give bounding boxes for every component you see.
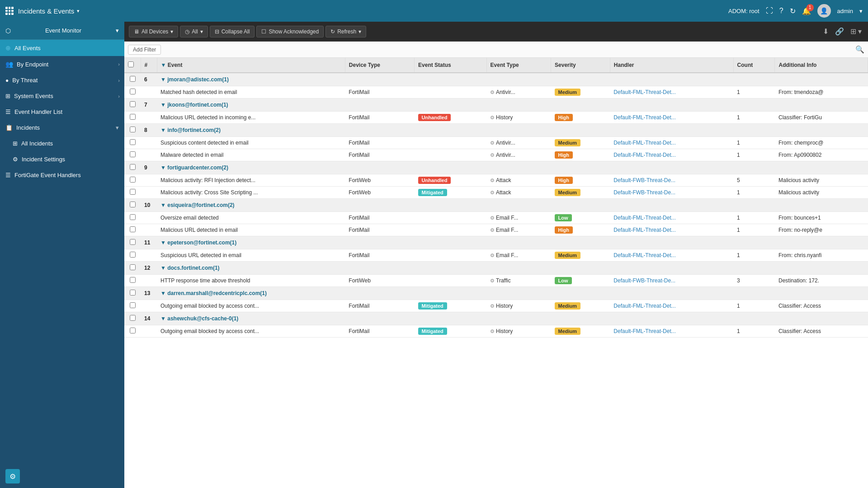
sidebar-item-by-endpoint[interactable]: 👥 By Endpoint › bbox=[0, 56, 124, 72]
terminal-icon[interactable]: ↻ bbox=[790, 7, 796, 15]
row-checkbox-cell[interactable] bbox=[124, 174, 141, 187]
row-checkbox-cell[interactable] bbox=[124, 300, 141, 312]
row-checkbox[interactable] bbox=[130, 189, 136, 195]
row-checkbox-cell[interactable] bbox=[124, 312, 141, 325]
row-checkbox-cell[interactable] bbox=[124, 124, 141, 137]
row-checkbox[interactable] bbox=[130, 202, 136, 207]
row-checkbox-cell[interactable] bbox=[124, 325, 141, 338]
row-checkbox-cell[interactable] bbox=[124, 73, 141, 86]
handler[interactable]: Default-FML-Threat-Det... bbox=[610, 137, 733, 149]
handler-link[interactable]: Default-FML-Threat-Det... bbox=[613, 215, 675, 221]
row-checkbox[interactable] bbox=[130, 76, 136, 82]
fullscreen-icon[interactable]: ⛶ bbox=[766, 7, 773, 15]
handler-link[interactable]: Default-FML-Threat-Det... bbox=[613, 89, 675, 95]
handler-link[interactable]: Default-FWB-Threat-De... bbox=[613, 277, 675, 284]
row-checkbox[interactable] bbox=[130, 127, 136, 132]
row-checkbox[interactable] bbox=[130, 264, 136, 270]
handler-link[interactable]: Default-FWB-Threat-De... bbox=[613, 177, 675, 183]
row-checkbox[interactable] bbox=[130, 164, 136, 170]
col-event-type[interactable]: Event Type bbox=[486, 58, 551, 73]
sidebar-item-incident-settings[interactable]: ⚙ Incident Settings bbox=[0, 151, 124, 167]
handler[interactable]: Default-FWB-Threat-De... bbox=[610, 187, 733, 199]
handler[interactable]: Default-FML-Threat-Det... bbox=[610, 212, 733, 224]
row-checkbox-cell[interactable] bbox=[124, 187, 141, 199]
handler-link[interactable]: Default-FML-Threat-Det... bbox=[613, 303, 675, 309]
collapse-all-button[interactable]: ⊟ Collapse All bbox=[210, 26, 255, 38]
show-acknowledged-button[interactable]: ☐ Show Acknowledged bbox=[256, 26, 324, 38]
row-checkbox[interactable] bbox=[130, 101, 136, 107]
group-name[interactable]: ▼ fortiguardcenter.com(2) bbox=[157, 161, 868, 174]
col-event-status[interactable]: Event Status bbox=[415, 58, 486, 73]
sidebar-item-event-handler-list[interactable]: ☰ Event Handler List bbox=[0, 104, 124, 120]
row-checkbox-cell[interactable] bbox=[124, 199, 141, 212]
help-icon[interactable]: ? bbox=[779, 7, 783, 15]
app-title[interactable]: Incidents & Events ▾ bbox=[18, 7, 80, 15]
handler-link[interactable]: Default-FML-Threat-Det... bbox=[613, 152, 675, 158]
refresh-button[interactable]: ↻ Refresh ▾ bbox=[326, 26, 366, 38]
handler[interactable]: Default-FWB-Threat-De... bbox=[610, 174, 733, 187]
handler-link[interactable]: Default-FML-Threat-Det... bbox=[613, 328, 675, 334]
row-checkbox-cell[interactable] bbox=[124, 262, 141, 275]
sidebar-header[interactable]: ⬡ Event Monitor ▾ bbox=[0, 22, 124, 40]
row-checkbox[interactable] bbox=[130, 177, 136, 183]
sidebar-item-system-events[interactable]: ⊞ System Events › bbox=[0, 88, 124, 104]
row-checkbox-cell[interactable] bbox=[124, 249, 141, 262]
handler-link[interactable]: Default-FML-Threat-Det... bbox=[613, 227, 675, 233]
row-checkbox[interactable] bbox=[130, 290, 136, 296]
row-checkbox-cell[interactable] bbox=[124, 112, 141, 124]
search-icon[interactable]: 🔍 bbox=[855, 45, 864, 54]
all-filter-button[interactable]: ◷ All ▾ bbox=[180, 26, 208, 38]
row-checkbox-cell[interactable] bbox=[124, 275, 141, 287]
col-event[interactable]: ▼ Event bbox=[157, 58, 345, 73]
sidebar-item-incidents[interactable]: 📋 Incidents ▾ bbox=[0, 120, 124, 136]
share-button[interactable]: 🔗 bbox=[833, 25, 846, 38]
group-name[interactable]: ▼ epeterson@fortinet.com(1) bbox=[157, 236, 868, 249]
handler[interactable]: Default-FML-Threat-Det... bbox=[610, 300, 733, 312]
row-checkbox-cell[interactable] bbox=[124, 149, 141, 161]
row-checkbox[interactable] bbox=[130, 315, 136, 321]
row-checkbox-cell[interactable] bbox=[124, 212, 141, 224]
handler-link[interactable]: Default-FWB-Threat-De... bbox=[613, 189, 675, 196]
row-checkbox[interactable] bbox=[130, 151, 136, 157]
avatar[interactable]: 👤 bbox=[817, 4, 831, 18]
col-device-type[interactable]: Device Type bbox=[345, 58, 414, 73]
group-name[interactable]: ▼ docs.fortinet.com(1) bbox=[157, 262, 868, 275]
group-name[interactable]: ▼ jkoons@fortinet.com(1) bbox=[157, 99, 868, 112]
handler-link[interactable]: Default-FML-Threat-Det... bbox=[613, 114, 675, 121]
row-checkbox-cell[interactable] bbox=[124, 137, 141, 149]
handler[interactable]: Default-FML-Threat-Det... bbox=[610, 86, 733, 99]
row-checkbox[interactable] bbox=[130, 277, 136, 283]
handler[interactable]: Default-FML-Threat-Det... bbox=[610, 325, 733, 338]
sidebar-item-all-events[interactable]: ⊕ All Events bbox=[0, 40, 124, 56]
row-checkbox[interactable] bbox=[130, 328, 136, 333]
row-checkbox[interactable] bbox=[130, 139, 136, 145]
group-name[interactable]: ▼ ashewchuk@cfs-cache-0(1) bbox=[157, 312, 868, 325]
row-checkbox[interactable] bbox=[130, 239, 136, 245]
col-additional-info[interactable]: Additional Info bbox=[775, 58, 868, 73]
row-checkbox[interactable] bbox=[130, 302, 136, 308]
row-checkbox[interactable] bbox=[130, 252, 136, 258]
col-severity[interactable]: Severity bbox=[551, 58, 610, 73]
handler[interactable]: Default-FWB-Threat-De... bbox=[610, 275, 733, 287]
handler[interactable]: Default-FML-Threat-Det... bbox=[610, 149, 733, 161]
col-count[interactable]: Count bbox=[733, 58, 775, 73]
sidebar-item-fortigate-handlers[interactable]: ☰ FortiGate Event Handlers bbox=[0, 167, 124, 183]
handler[interactable]: Default-FML-Threat-Det... bbox=[610, 224, 733, 236]
row-checkbox[interactable] bbox=[130, 214, 136, 220]
row-checkbox-cell[interactable] bbox=[124, 86, 141, 99]
handler-link[interactable]: Default-FML-Threat-Det... bbox=[613, 140, 675, 146]
handler-link[interactable]: Default-FML-Threat-Det... bbox=[613, 252, 675, 258]
app-grid-icon[interactable] bbox=[5, 7, 14, 15]
download-button[interactable]: ⬇ bbox=[821, 25, 830, 38]
group-name[interactable]: ▼ info@fortinet.com(2) bbox=[157, 124, 868, 137]
col-checkbox[interactable] bbox=[124, 58, 141, 73]
row-checkbox[interactable] bbox=[130, 114, 136, 120]
select-all-checkbox[interactable] bbox=[128, 61, 134, 67]
handler[interactable]: Default-FML-Threat-Det... bbox=[610, 112, 733, 124]
columns-button[interactable]: ⊞ ▾ bbox=[849, 25, 863, 38]
row-checkbox[interactable] bbox=[130, 89, 136, 94]
group-name[interactable]: ▼ esiqueira@fortinet.com(2) bbox=[157, 199, 868, 212]
all-devices-button[interactable]: 🖥 All Devices ▾ bbox=[129, 26, 178, 38]
row-checkbox[interactable] bbox=[130, 226, 136, 232]
settings-gear-button[interactable]: ⚙ bbox=[5, 469, 20, 483]
